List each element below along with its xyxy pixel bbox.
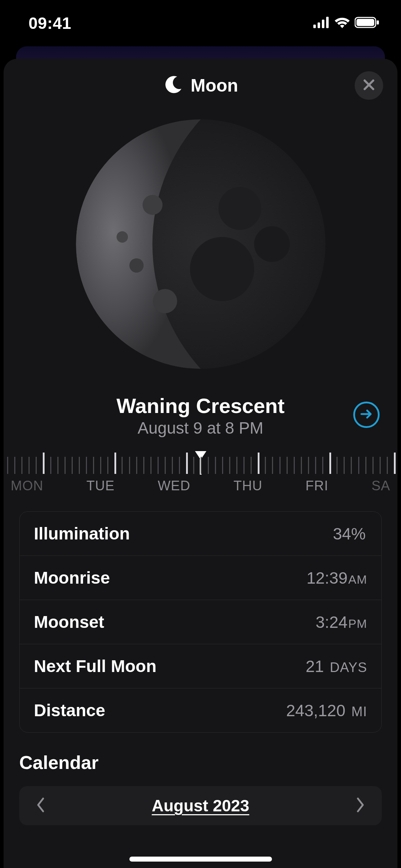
phase-name: Waning Crescent	[4, 394, 397, 418]
ruler-tick	[279, 457, 281, 474]
info-row-moonrise: Moonrise 12:39AM	[20, 556, 381, 600]
info-row-distance: Distance 243,120 MI	[20, 688, 381, 732]
ruler-tick	[229, 457, 230, 474]
ruler-tick	[165, 457, 166, 474]
ruler-tick	[122, 457, 123, 474]
calendar-month-button[interactable]: August 2023	[152, 796, 250, 815]
ruler-tick	[65, 457, 66, 474]
ruler-tick	[158, 457, 159, 474]
ruler-tick	[21, 457, 22, 474]
day-ruler[interactable]: MON TUE WED THU FRI SA	[4, 453, 397, 494]
info-row-next-full-moon: Next Full Moon 21 DAYS	[20, 644, 381, 688]
calendar-prev-button[interactable]	[30, 795, 51, 816]
ruler-tick	[100, 457, 101, 474]
svg-rect-1	[318, 22, 320, 28]
ruler-tick	[79, 457, 80, 474]
ruler-tick	[215, 457, 216, 474]
next-phase-button[interactable]	[353, 402, 380, 428]
ruler-tick	[208, 457, 209, 474]
svg-rect-0	[313, 25, 316, 28]
ruler-tick	[336, 457, 338, 474]
ruler-tick	[243, 457, 245, 474]
info-label: Illumination	[34, 524, 130, 543]
ruler-tick	[136, 457, 137, 474]
info-label: Next Full Moon	[34, 656, 156, 676]
ruler-tick	[114, 453, 116, 474]
close-button[interactable]	[355, 71, 383, 100]
ruler-tick	[308, 457, 309, 474]
ruler-day-2: WED	[158, 478, 191, 494]
ruler-day-5: SA	[371, 478, 390, 494]
svg-point-9	[143, 195, 163, 215]
calendar-next-button[interactable]	[350, 795, 371, 816]
info-label: Moonrise	[34, 568, 110, 588]
ruler-day-1: TUE	[87, 478, 115, 494]
info-value: 243,120 MI	[286, 701, 367, 720]
battery-icon	[355, 16, 380, 30]
svg-point-15	[254, 226, 290, 262]
svg-rect-5	[356, 19, 374, 26]
ruler-tick	[150, 457, 151, 474]
sheet-header: Moon	[4, 69, 397, 102]
cellular-icon	[313, 17, 330, 30]
info-label: Moonset	[34, 612, 104, 632]
info-row-moonset: Moonset 3:24PM	[20, 600, 381, 644]
phase-date: August 9 at 8 PM	[4, 418, 397, 438]
ruler-tick	[394, 453, 396, 474]
ruler-tick	[294, 457, 295, 474]
status-time: 09:41	[29, 14, 71, 33]
ruler-tick	[258, 453, 259, 474]
ruler-tick	[172, 457, 173, 474]
ruler-tick	[72, 457, 73, 474]
ruler-tick	[322, 457, 323, 474]
svg-point-13	[219, 187, 261, 230]
close-icon	[362, 78, 376, 93]
ruler-tick	[365, 457, 366, 474]
info-value: 21 DAYS	[305, 657, 367, 676]
ruler-tick	[301, 457, 302, 474]
ruler-tick	[329, 453, 331, 474]
ruler-tick	[57, 457, 58, 474]
moon-icon	[163, 74, 184, 97]
ruler-tick	[380, 457, 381, 474]
status-bar: 09:41	[0, 0, 401, 46]
ruler-tick	[143, 457, 144, 474]
ruler-tick	[287, 457, 288, 474]
sheet-title: Moon	[163, 74, 238, 97]
ruler-day-3: THU	[233, 478, 262, 494]
moon-info-card: Illumination 34% Moonrise 12:39AM Moonse…	[19, 511, 382, 733]
ruler-tick	[315, 457, 316, 474]
ruler-tick	[186, 453, 188, 474]
ruler-tick	[50, 457, 51, 474]
ruler-day-0: MON	[11, 478, 43, 494]
calendar-month-nav: August 2023	[19, 786, 382, 825]
ruler-tick	[272, 457, 273, 474]
svg-rect-3	[326, 17, 329, 28]
svg-point-10	[129, 258, 144, 273]
status-indicators	[313, 16, 380, 30]
ruler-tick	[193, 457, 194, 474]
info-label: Distance	[34, 701, 105, 720]
ruler-tick	[201, 457, 202, 474]
ruler-tick	[7, 457, 8, 474]
ruler-tick	[358, 457, 359, 474]
ruler-tick	[265, 457, 266, 474]
ruler-tick	[372, 457, 374, 474]
info-value: 3:24PM	[315, 613, 367, 632]
home-indicator[interactable]	[129, 857, 272, 862]
sheet-title-text: Moon	[191, 75, 238, 96]
moon-image	[72, 116, 329, 372]
svg-point-14	[190, 237, 254, 301]
ruler-tick	[351, 457, 352, 474]
svg-rect-2	[322, 20, 324, 28]
svg-point-12	[117, 231, 128, 243]
ruler-day-labels: MON TUE WED THU FRI SA	[7, 478, 394, 494]
ruler-tick	[29, 457, 30, 474]
ruler-tick	[179, 457, 180, 474]
ruler-tick	[43, 453, 45, 474]
svg-point-11	[153, 289, 177, 313]
ruler-tick	[107, 457, 108, 474]
background-sheet	[16, 46, 385, 61]
moon-image-wrap	[4, 116, 397, 372]
moon-sheet: Moon	[4, 59, 397, 868]
